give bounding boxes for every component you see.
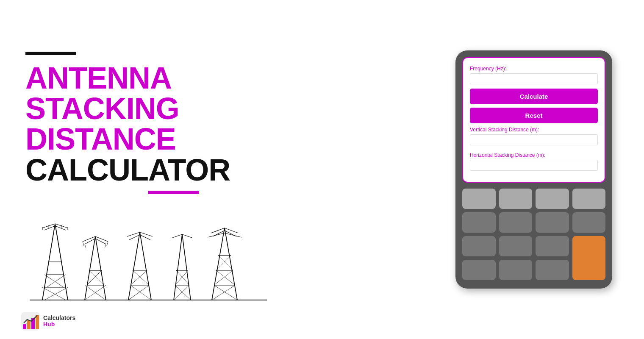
logo-hub: Hub xyxy=(43,321,75,328)
svg-line-55 xyxy=(129,235,140,240)
mid-bar-wrap xyxy=(25,191,322,194)
svg-rect-90 xyxy=(36,315,39,329)
key-r4-1[interactable] xyxy=(499,260,533,280)
key-orange[interactable] xyxy=(572,236,606,280)
calculator-device: Frequency (Hz): Calculate Reset Vertical… xyxy=(455,50,612,289)
left-section: ANTENNA STACKING DISTANCE CALCULATOR xyxy=(25,35,322,304)
key-r2-1[interactable] xyxy=(499,212,533,233)
svg-line-39 xyxy=(95,239,106,244)
svg-line-14 xyxy=(55,224,61,262)
key-r4-0[interactable] xyxy=(462,260,496,280)
title-line2: DISTANCE xyxy=(25,124,322,154)
horizontal-stacking-input[interactable] xyxy=(470,160,598,171)
mid-decorative-bar xyxy=(148,191,199,194)
svg-line-40 xyxy=(83,242,84,246)
key-r2-2[interactable] xyxy=(536,212,569,233)
svg-line-74 xyxy=(212,285,235,300)
svg-line-50 xyxy=(130,285,151,300)
logo-area: Calculators Hub xyxy=(21,312,75,331)
svg-line-80 xyxy=(211,228,225,233)
svg-line-15 xyxy=(42,287,66,300)
key-r3-1[interactable] xyxy=(499,236,533,256)
svg-line-63 xyxy=(175,285,191,300)
svg-line-57 xyxy=(174,234,182,300)
key-r3-0[interactable] xyxy=(462,236,496,256)
key-r4-2[interactable] xyxy=(536,260,569,280)
key-r1-0[interactable] xyxy=(462,189,496,209)
svg-line-16 xyxy=(44,287,68,300)
title-line1: ANTENNA STACKING xyxy=(25,63,322,124)
svg-line-49 xyxy=(128,285,149,300)
svg-line-37 xyxy=(95,236,108,242)
svg-line-10 xyxy=(64,275,66,287)
key-r1-2[interactable] xyxy=(536,189,569,209)
svg-line-38 xyxy=(85,239,95,244)
title-line3: CALCULATOR xyxy=(25,154,322,186)
key-r2-0[interactable] xyxy=(462,212,496,233)
svg-line-85 xyxy=(225,233,242,237)
frequency-input[interactable] xyxy=(470,73,598,84)
top-decorative-bar xyxy=(25,52,76,55)
key-r2-3[interactable] xyxy=(572,212,606,233)
svg-rect-88 xyxy=(27,320,31,329)
svg-line-43 xyxy=(105,244,106,248)
logo-text: Calculators Hub xyxy=(43,315,75,328)
svg-line-81 xyxy=(225,228,238,233)
vertical-stacking-label: Vertical Stacking Distance (m): xyxy=(470,127,598,133)
logo-icon xyxy=(21,312,40,331)
svg-line-27 xyxy=(85,236,95,300)
reset-button[interactable]: Reset xyxy=(470,108,598,123)
svg-line-66 xyxy=(172,234,182,238)
svg-line-11 xyxy=(47,262,49,275)
calculator-screen: Frequency (Hz): Calculate Reset Vertical… xyxy=(462,57,605,183)
svg-line-7 xyxy=(42,287,44,300)
svg-line-58 xyxy=(182,234,191,300)
svg-rect-87 xyxy=(23,324,26,329)
svg-line-17 xyxy=(44,275,64,287)
svg-line-28 xyxy=(95,236,106,300)
svg-line-75 xyxy=(214,285,237,300)
horizontal-stacking-label: Horizontal Stacking Distance (m): xyxy=(470,152,598,158)
svg-line-41 xyxy=(107,242,108,246)
logo-calculators: Calculators xyxy=(43,315,75,321)
svg-line-12 xyxy=(61,262,64,275)
frequency-label: Frequency (Hz): xyxy=(470,66,598,72)
svg-line-84 xyxy=(208,233,225,237)
svg-line-8 xyxy=(66,287,68,300)
key-r3-2[interactable] xyxy=(536,236,569,256)
key-r1-3[interactable] xyxy=(572,189,606,209)
svg-line-9 xyxy=(44,275,47,287)
vertical-stacking-input[interactable] xyxy=(470,134,598,145)
svg-line-62 xyxy=(174,285,189,300)
svg-line-44 xyxy=(128,232,140,300)
svg-line-36 xyxy=(83,236,95,242)
keypad xyxy=(462,189,605,280)
key-r1-1[interactable] xyxy=(499,189,533,209)
svg-line-13 xyxy=(49,224,55,262)
calculate-button[interactable]: Calculate xyxy=(470,89,598,104)
svg-line-56 xyxy=(140,235,150,240)
svg-line-18 xyxy=(47,275,66,287)
svg-line-42 xyxy=(85,244,86,248)
right-section: Frequency (Hz): Calculate Reset Vertical… xyxy=(449,50,619,289)
towers-illustration xyxy=(25,211,322,304)
svg-line-45 xyxy=(140,232,151,300)
svg-line-67 xyxy=(182,234,192,238)
